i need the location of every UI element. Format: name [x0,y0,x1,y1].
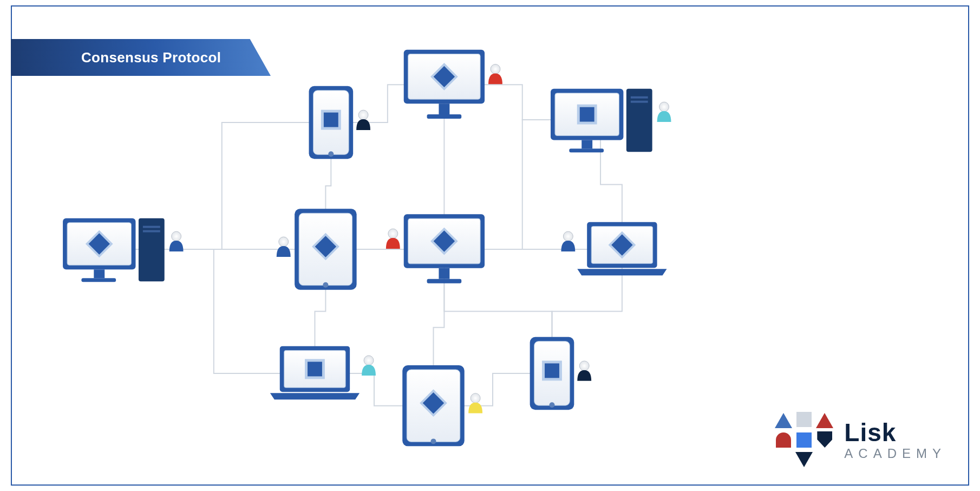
svg-rect-18 [578,106,596,123]
svg-point-47 [364,356,374,365]
logo-text: Lisk ACADEMY [844,420,946,460]
svg-rect-13 [582,140,592,148]
logo-sub: ACADEMY [844,447,946,460]
svg-point-19 [659,102,669,112]
svg-rect-25 [143,226,160,228]
svg-point-10 [358,110,368,120]
svg-point-52 [471,393,480,403]
logo-mark-icon [775,411,833,469]
svg-rect-23 [81,278,116,282]
svg-rect-46 [306,360,324,378]
brand-logo: Lisk ACADEMY [775,411,946,469]
svg-point-28 [172,231,181,241]
svg-point-43 [563,231,573,241]
svg-rect-56 [544,362,561,379]
svg-rect-36 [439,268,449,279]
node-tablet [402,365,482,446]
svg-rect-14 [569,148,604,152]
svg-point-50 [430,438,436,444]
svg-rect-22 [94,269,104,278]
svg-point-55 [550,402,555,408]
svg-point-39 [388,229,398,238]
svg-rect-26 [143,230,160,232]
svg-point-5 [491,64,500,74]
svg-rect-37 [427,279,462,283]
diagram-frame: Consensus Protocol Lisk ACADEMY [11,5,969,486]
node-desktop [63,218,183,282]
svg-point-31 [323,282,328,288]
node-phone [530,337,591,410]
svg-point-57 [579,361,589,371]
node-desktop [551,89,671,152]
svg-rect-17 [631,101,648,103]
logo-name: Lisk [844,420,946,445]
svg-point-8 [328,151,334,157]
svg-point-33 [279,237,289,247]
node-phone [309,86,370,159]
svg-rect-2 [439,104,449,114]
node-tablet [277,209,357,289]
svg-rect-3 [427,114,462,119]
svg-rect-16 [631,96,648,99]
svg-rect-9 [322,111,339,128]
